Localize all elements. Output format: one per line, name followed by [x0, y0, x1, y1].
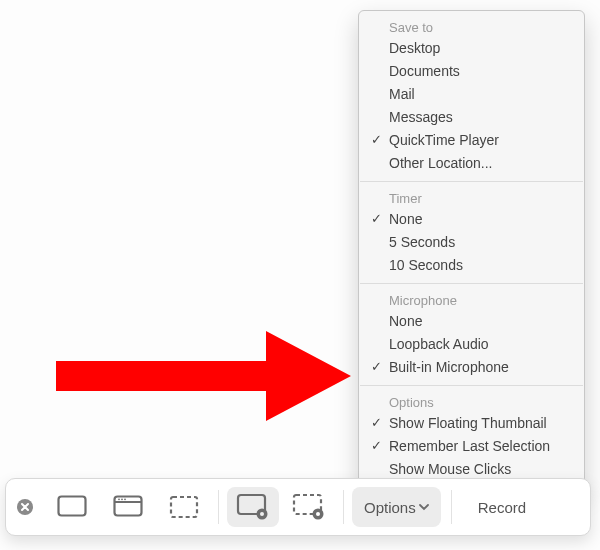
menu-section-header: Timer — [359, 188, 584, 208]
menu-item-label: Other Location... — [389, 155, 493, 171]
menu-item-label: QuickTime Player — [389, 132, 499, 148]
menu-item-label: Documents — [389, 63, 460, 79]
menu-item-label: Show Floating Thumbnail — [389, 415, 547, 431]
chevron-down-icon — [419, 504, 429, 511]
toolbar-separator — [343, 490, 344, 524]
toolbar-separator — [451, 490, 452, 524]
menu-item-mic-none[interactable]: None — [359, 310, 584, 333]
annotation-arrow-icon — [56, 321, 356, 435]
record-button[interactable]: Record — [458, 487, 546, 527]
menu-item-desktop[interactable]: Desktop — [359, 37, 584, 60]
svg-point-14 — [316, 512, 320, 516]
capture-entire-screen-button[interactable] — [46, 487, 98, 527]
menu-item-label: None — [389, 313, 422, 329]
menu-item-timer-none[interactable]: ✓None — [359, 208, 584, 231]
menu-section-header: Save to — [359, 17, 584, 37]
menu-separator — [360, 385, 583, 386]
svg-point-7 — [124, 498, 126, 500]
svg-point-11 — [260, 512, 264, 516]
close-button[interactable] — [6, 498, 44, 516]
checkmark-icon: ✓ — [371, 436, 382, 455]
svg-rect-8 — [171, 497, 197, 517]
record-group — [225, 487, 337, 527]
menu-item-mic-loopback[interactable]: Loopback Audio — [359, 333, 584, 356]
menu-item-documents[interactable]: Documents — [359, 60, 584, 83]
svg-rect-2 — [59, 497, 86, 516]
record-entire-screen-button[interactable] — [227, 487, 279, 527]
menu-item-mail[interactable]: Mail — [359, 83, 584, 106]
checkmark-icon: ✓ — [371, 413, 382, 432]
menu-separator — [360, 181, 583, 182]
menu-item-label: Mail — [389, 86, 415, 102]
options-menu: Save to Desktop Documents Mail Messages … — [358, 10, 585, 490]
record-selection-button[interactable] — [283, 487, 335, 527]
menu-item-other-location[interactable]: Other Location... — [359, 152, 584, 175]
svg-marker-0 — [56, 331, 351, 421]
menu-item-label: Desktop — [389, 40, 440, 56]
checkmark-icon: ✓ — [371, 357, 382, 376]
close-icon — [16, 498, 34, 516]
selection-icon — [169, 495, 199, 519]
options-button-label: Options — [364, 499, 416, 516]
capture-selection-button[interactable] — [158, 487, 210, 527]
menu-section-header: Microphone — [359, 290, 584, 310]
menu-item-label: Loopback Audio — [389, 336, 489, 352]
window-icon — [113, 495, 143, 519]
menu-item-label: Remember Last Selection — [389, 438, 550, 454]
record-button-label: Record — [478, 499, 526, 516]
screen-icon — [57, 495, 87, 519]
record-selection-icon — [292, 493, 326, 521]
menu-item-mic-builtin[interactable]: ✓Built-in Microphone — [359, 356, 584, 379]
menu-item-quicktime[interactable]: ✓QuickTime Player — [359, 129, 584, 152]
menu-item-timer-5s[interactable]: 5 Seconds — [359, 231, 584, 254]
menu-item-label: 5 Seconds — [389, 234, 455, 250]
menu-item-label: Built-in Microphone — [389, 359, 509, 375]
menu-separator — [360, 283, 583, 284]
menu-item-show-thumbnail[interactable]: ✓Show Floating Thumbnail — [359, 412, 584, 435]
options-button[interactable]: Options — [352, 487, 441, 527]
svg-point-6 — [121, 498, 123, 500]
record-screen-icon — [236, 493, 270, 521]
capture-group — [44, 487, 212, 527]
menu-item-label: None — [389, 211, 422, 227]
toolbar-separator — [218, 490, 219, 524]
svg-point-5 — [118, 498, 120, 500]
checkmark-icon: ✓ — [371, 130, 382, 149]
menu-item-remember-selection[interactable]: ✓Remember Last Selection — [359, 435, 584, 458]
menu-item-messages[interactable]: Messages — [359, 106, 584, 129]
checkmark-icon: ✓ — [371, 209, 382, 228]
screenshot-toolbar: Options Record — [5, 478, 591, 536]
menu-item-label: 10 Seconds — [389, 257, 463, 273]
menu-item-label: Messages — [389, 109, 453, 125]
menu-item-label: Show Mouse Clicks — [389, 461, 511, 477]
capture-window-button[interactable] — [102, 487, 154, 527]
menu-item-timer-10s[interactable]: 10 Seconds — [359, 254, 584, 277]
menu-section-header: Options — [359, 392, 584, 412]
